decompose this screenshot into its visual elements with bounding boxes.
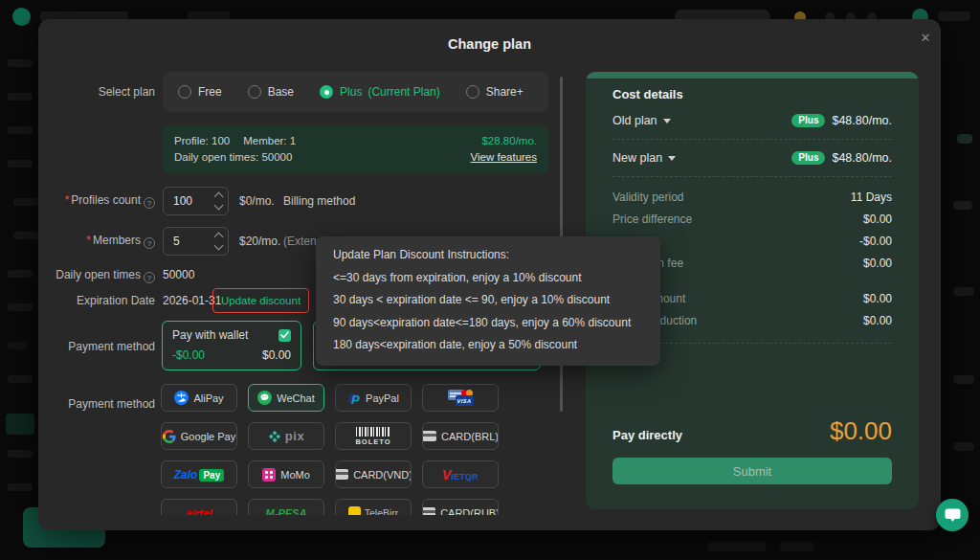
profiles-price: $0/mo. <box>239 194 275 208</box>
summary-profile: Profile: 100 <box>174 135 230 146</box>
modal-title: Change plan <box>38 36 941 52</box>
stepper-arrows[interactable] <box>209 234 228 249</box>
wallet-amount: $0.00 <box>262 348 291 362</box>
payment-method-wechat[interactable]: WeChat <box>248 384 324 412</box>
plan-radio-share[interactable]: Share+ <box>466 85 523 99</box>
submit-button[interactable]: Submit <box>612 458 892 484</box>
plan-summary-card: Profile: 100Member: 1 $28.80/mo. Daily o… <box>163 125 548 173</box>
billing-method-link[interactable]: Billing method <box>283 194 355 208</box>
daily-open-label: Daily open times? <box>38 268 155 283</box>
close-icon[interactable]: ✕ <box>915 27 936 48</box>
payment-method-card-rub-[interactable]: CARD(RUB) <box>422 499 499 515</box>
tooltip-line: 90 days<expiration date<=180 days, enjoy… <box>333 312 643 335</box>
payment-method-paypal[interactable]: PPPayPal <box>335 384 412 412</box>
old-plan-toggle[interactable]: Old plan <box>612 114 671 127</box>
payment-method-m-pesa[interactable]: M-PESA <box>248 499 324 515</box>
radio-icon <box>178 85 191 99</box>
radio-icon <box>466 85 479 99</box>
plan-radio-group: FreeBasePlus(Current Plan)Share+ <box>163 72 548 112</box>
card-icon <box>422 431 436 441</box>
cost-details-title: Cost details <box>612 87 892 101</box>
summary-daily-open: Daily open times: 50000 <box>174 149 292 166</box>
summary-member: Member: 1 <box>243 135 296 146</box>
payment-method-card-vnd-[interactable]: CARD(VND) <box>335 460 412 488</box>
chevron-down-icon <box>668 156 676 161</box>
payment-method-google-pay[interactable]: Google Pay <box>161 422 237 450</box>
card-icon <box>335 469 348 480</box>
profiles-count-label: *Profiles count? <box>38 193 155 209</box>
tooltip-line: <=30 days from expiration, enjoy a 10% d… <box>333 267 643 290</box>
plan-radio-plus[interactable]: Plus(Current Plan) <box>320 85 440 99</box>
wallet-payment-label: Payment method <box>38 340 155 353</box>
momo-icon <box>262 468 276 482</box>
discount-tooltip: Update Plan Discount Instructions: <=30 … <box>316 236 660 366</box>
new-plan-badge: Plus <box>791 151 825 165</box>
pay-directly-label: Pay directly <box>612 428 682 446</box>
help-icon[interactable]: ? <box>144 197 155 209</box>
view-features-link[interactable]: View features <box>471 149 537 166</box>
stepper-arrows[interactable] <box>209 193 228 209</box>
screen: Change plan ✕ Select plan FreeBasePlus(C… <box>0 0 980 560</box>
google-icon <box>163 430 176 443</box>
old-plan-badge: Plus <box>791 114 825 127</box>
profiles-count-value[interactable]: 100 <box>164 194 209 208</box>
visa-mastercard-icon: VISA <box>448 390 474 406</box>
wallet-title: Pay with wallet <box>172 328 248 342</box>
payment-method-zalopay[interactable]: ZaloPay <box>161 460 237 488</box>
members-price: $20/mo. <box>239 235 280 248</box>
cost-row-validity-period: Validity period11 Days <box>612 186 892 208</box>
plan-radio-free[interactable]: Free <box>178 85 222 99</box>
pay-directly-amount: $0.00 <box>830 416 892 446</box>
daily-open-value: 50000 <box>163 268 194 281</box>
payment-method-card-brl-[interactable]: CARD(BRL) <box>422 422 499 450</box>
cost-row-price-difference: Price difference$0.00 <box>612 208 892 230</box>
members-value[interactable]: 5 <box>164 235 209 248</box>
payment-method-momo[interactable]: MoMo <box>248 460 324 488</box>
sidebar-active-item <box>6 414 34 435</box>
summary-price: $28.80/mo. <box>481 133 537 149</box>
payment-method-pix[interactable]: pix <box>248 422 324 450</box>
new-plan-toggle[interactable]: New plan <box>612 151 676 165</box>
chat-support-button[interactable] <box>936 499 969 531</box>
radio-icon <box>248 85 261 99</box>
tooltip-line: 30 days < expiration date <= 90, enjoy a… <box>333 289 643 312</box>
wallet-checkbox[interactable] <box>278 329 291 342</box>
payment-method-vietqr[interactable]: VIETQR <box>422 460 499 488</box>
help-icon[interactable]: ? <box>144 237 155 249</box>
payment-method-visa-mastercard[interactable]: VISA <box>422 384 499 412</box>
update-discount-button[interactable]: Update discount <box>212 288 309 313</box>
old-plan-price: $48.80/mo. <box>832 114 892 127</box>
pay-with-wallet-card[interactable]: Pay with wallet -$0.00 $0.00 <box>162 321 301 370</box>
help-icon[interactable]: ? <box>144 272 155 283</box>
card-icon <box>422 507 435 515</box>
chat-bubble-icon <box>945 508 961 523</box>
payment-method-airtel[interactable]: airtel <box>161 499 237 515</box>
plan-radio-base[interactable]: Base <box>248 85 294 99</box>
panel-accent-bar <box>586 72 919 78</box>
payment-method-boleto[interactable]: BOLETO <box>335 422 412 450</box>
payment-method-alipay[interactable]: AliPay <box>161 384 237 412</box>
chevron-down-icon <box>663 119 671 123</box>
radio-icon <box>320 85 333 99</box>
svg-text:P: P <box>351 392 360 406</box>
wallet-deduct: -$0.00 <box>172 348 205 362</box>
alipay-icon <box>174 391 189 405</box>
members-stepper[interactable]: 5 <box>163 227 229 256</box>
paypal-icon: PP <box>347 391 361 406</box>
app-logo <box>12 8 31 26</box>
tooltip-line: 180 days<expiration date, enjoy a 50% di… <box>333 334 643 357</box>
new-plan-price: $48.80/mo. <box>832 151 892 165</box>
payment-method-label: Payment method <box>38 397 155 411</box>
select-plan-label: Select plan <box>38 85 155 99</box>
payment-method-grid: AliPayWeChatPPPayPalVISAGoogle PaypixBOL… <box>161 384 501 515</box>
profiles-count-stepper[interactable]: 100 <box>163 187 229 215</box>
tooltip-title: Update Plan Discount Instructions: <box>333 244 643 267</box>
expiration-label: Expiration Date <box>38 294 155 307</box>
wechat-icon <box>257 391 272 405</box>
payment-method-telebirr[interactable]: TeleBirr <box>335 499 412 515</box>
members-label: *Members? <box>38 234 155 249</box>
